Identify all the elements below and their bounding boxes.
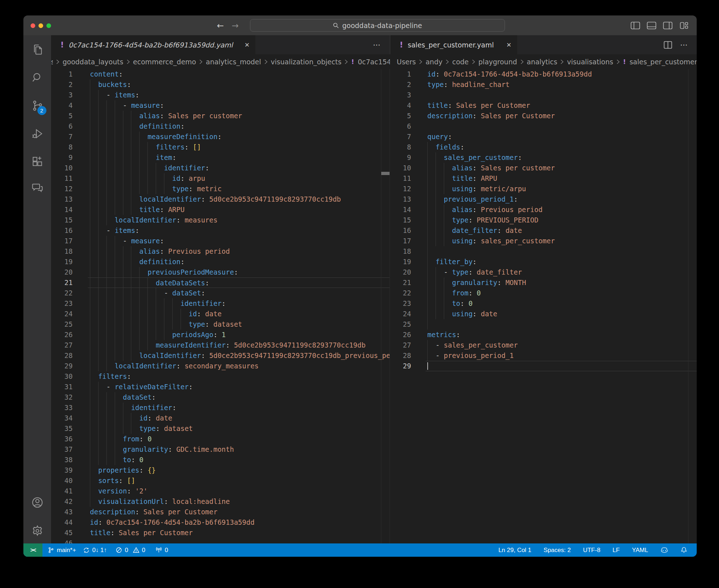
code-line-content[interactable]: granularity: GDC.time.month: [88, 444, 390, 455]
code-line[interactable]: 1content:: [51, 69, 390, 79]
code-line-content[interactable]: measureIdentifier: 5d0ce2b953c9471199c82…: [88, 340, 390, 350]
code-line[interactable]: 27 measureIdentifier: 5d0ce2b953c9471199…: [51, 340, 390, 350]
code-line-content[interactable]: localIdentifier: 5d0ce2b953c9471199c8293…: [88, 194, 390, 205]
code-line[interactable]: 20 - type: date_filter: [390, 267, 697, 277]
code-line-content[interactable]: from: 0: [426, 288, 697, 298]
code-line-content[interactable]: definition:: [88, 257, 390, 267]
code-line[interactable]: 24 using: date: [390, 309, 697, 319]
code-line[interactable]: 28 localIdentifier: 5d0ce2b953c9471199c8…: [51, 350, 390, 361]
code-line[interactable]: 16 date_filter: date: [390, 225, 697, 236]
code-line[interactable]: 5description: Sales per Customer: [390, 111, 697, 121]
code-line-content[interactable]: filters:: [88, 371, 390, 382]
command-center[interactable]: gooddata-data-pipeline: [250, 19, 505, 32]
code-line-content[interactable]: type: metric: [88, 184, 390, 194]
sync-item[interactable]: 0↓ 1↑: [83, 547, 107, 554]
code-line-content[interactable]: identifier:: [88, 403, 390, 413]
code-line-content[interactable]: dateDataSets:: [88, 277, 390, 288]
search-sidebar-icon[interactable]: [31, 71, 44, 84]
ports-item[interactable]: 0: [155, 547, 168, 554]
code-line-content[interactable]: title: Sales per Customer: [88, 528, 390, 538]
code-line-content[interactable]: metrics:: [426, 330, 697, 340]
code-line-content[interactable]: using: sales_per_customer: [426, 236, 697, 246]
code-line-content[interactable]: type: headline_chart: [426, 79, 697, 90]
breadcrumb-right[interactable]: Usersandycodeplaygroundanalyticsvisualis…: [390, 54, 697, 69]
code-line[interactable]: 21 granularity: MONTH: [390, 277, 697, 288]
code-line-content[interactable]: item:: [88, 152, 390, 163]
code-line[interactable]: 42 visualizationUrl: local:headline: [51, 496, 390, 507]
code-line-content[interactable]: - dataSet:: [88, 288, 390, 298]
settings-gear-icon[interactable]: [31, 524, 44, 538]
code-line[interactable]: 26metrics:: [390, 330, 697, 340]
code-line-content[interactable]: alias: Previous period: [88, 246, 390, 257]
back-icon[interactable]: ←: [217, 21, 224, 30]
code-line-content[interactable]: content:: [88, 69, 390, 79]
code-line[interactable]: 28 - previous_period_1: [390, 350, 697, 361]
code-line[interactable]: 25 type: dataset: [51, 319, 390, 330]
code-line[interactable]: 27 - sales_per_customer: [390, 340, 697, 350]
code-line[interactable]: 12 using: metric/arpu: [390, 184, 697, 194]
code-line[interactable]: 44id: 0c7ac154-1766-4d54-ba2b-b6f6913a59…: [51, 517, 390, 528]
toggle-panel-icon[interactable]: [647, 21, 656, 30]
code-line-content[interactable]: - type: date_filter: [426, 267, 697, 277]
code-line[interactable]: 14 alias: Previous period: [390, 205, 697, 215]
code-line[interactable]: 3: [390, 90, 697, 100]
code-line-content[interactable]: granularity: MONTH: [426, 277, 697, 288]
code-line[interactable]: 31 - relativeDateFilter:: [51, 382, 390, 392]
code-line-content[interactable]: [426, 361, 697, 371]
code-line-content[interactable]: description: Sales per Customer: [426, 111, 697, 121]
close-tab-icon[interactable]: ✕: [506, 41, 511, 49]
copilot-icon[interactable]: [660, 547, 668, 554]
code-line-content[interactable]: id: 0c7ac154-1766-4d54-ba2b-b6f6913a59dd: [88, 517, 390, 528]
code-line[interactable]: 39 properties: {}: [51, 465, 390, 476]
code-line[interactable]: 6 definition:: [51, 121, 390, 132]
code-line[interactable]: 33 identifier:: [51, 403, 390, 413]
bell-icon[interactable]: [681, 547, 687, 553]
code-line[interactable]: 15 localIdentifier: measures: [51, 215, 390, 225]
code-line-content[interactable]: id: date: [88, 413, 390, 423]
code-line[interactable]: 23 identifier:: [51, 298, 390, 309]
code-line-content[interactable]: to: 0: [88, 455, 390, 465]
encoding[interactable]: UTF-8: [583, 547, 600, 554]
code-line[interactable]: 18 alias: Previous period: [51, 246, 390, 257]
code-line-content[interactable]: localIdentifier: measures: [88, 215, 390, 225]
code-line-content[interactable]: - previous_period_1: [426, 350, 697, 361]
code-line-content[interactable]: description: Sales per Customer: [88, 507, 390, 517]
code-line-content[interactable]: type: PREVIOUS_PERIOD: [426, 215, 697, 225]
code-line[interactable]: 22 from: 0: [390, 288, 697, 298]
breadcrumb-item[interactable]: playground: [478, 58, 517, 66]
code-line-content[interactable]: - sales_per_customer: [426, 340, 697, 350]
code-line-content[interactable]: buckets:: [88, 79, 390, 90]
code-line-content[interactable]: - items:: [88, 225, 390, 236]
code-line-content[interactable]: fields:: [426, 142, 697, 152]
code-line-content[interactable]: properties: {}: [88, 465, 390, 476]
scrollbar-lane[interactable]: [381, 69, 390, 543]
code-line[interactable]: 20 previousPeriodMeasure:: [51, 267, 390, 277]
forward-icon[interactable]: →: [232, 21, 238, 30]
explorer-icon[interactable]: [31, 43, 44, 56]
code-line-content[interactable]: - measure:: [88, 236, 390, 246]
code-line[interactable]: 2 buckets:: [51, 79, 390, 90]
code-line[interactable]: 30 filters:: [51, 371, 390, 382]
code-line-content[interactable]: [426, 246, 697, 257]
close-tab-icon[interactable]: ✕: [245, 41, 250, 49]
code-line[interactable]: 10 alias: Sales per customer: [390, 163, 697, 173]
code-line-content[interactable]: date_filter: date: [426, 225, 697, 236]
branch-item[interactable]: main*+: [47, 547, 76, 554]
code-line-content[interactable]: alias: Sales per customer: [88, 111, 390, 121]
toggle-sidebar-icon[interactable]: [631, 21, 640, 30]
breadcrumb-file[interactable]: !0c7ac154-1766-4d54-ba2b-b6f6913a59dd.ya…: [351, 58, 390, 66]
code-line-content[interactable]: alias: Previous period: [426, 205, 697, 215]
code-line-content[interactable]: filters: []: [88, 142, 390, 152]
code-line-content[interactable]: title: ARPU: [88, 205, 390, 215]
code-line-content[interactable]: [426, 121, 697, 132]
code-line-content[interactable]: identifier:: [88, 298, 390, 309]
breadcrumb-item[interactable]: code: [452, 58, 469, 66]
breadcrumb-left[interactable]: sgooddata_layoutsecommerce_demoanalytics…: [51, 54, 390, 69]
code-line[interactable]: 12 type: metric: [51, 184, 390, 194]
editor-right[interactable]: 1id: 0c7ac154-1766-4d54-ba2b-b6f6913a59d…: [390, 69, 697, 543]
code-line[interactable]: 26 periodsAgo: 1: [51, 330, 390, 340]
code-line-content[interactable]: id: date: [88, 309, 390, 319]
code-line[interactable]: 18: [390, 246, 697, 257]
code-line[interactable]: 46: [51, 538, 390, 543]
code-line-content[interactable]: from: 0: [88, 434, 390, 444]
